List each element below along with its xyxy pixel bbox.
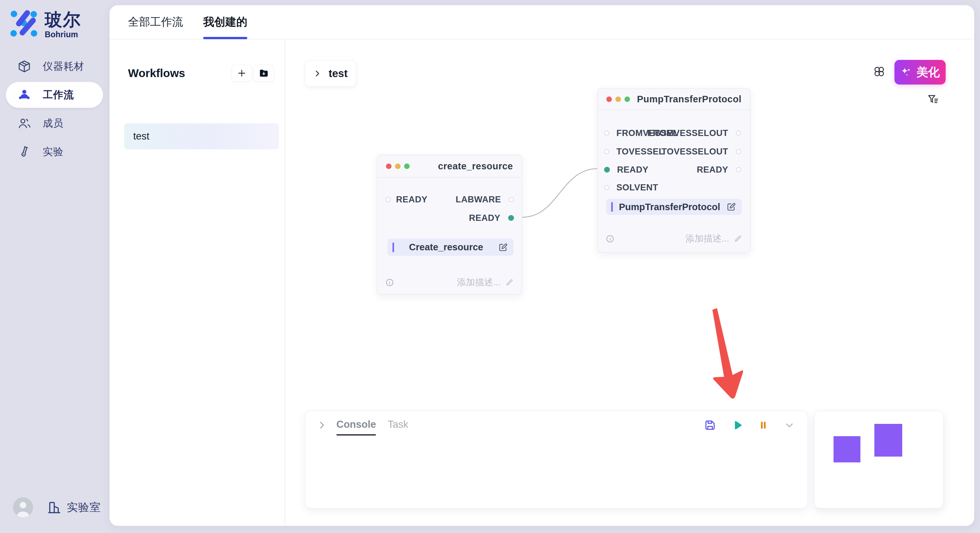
sparkles-icon <box>900 67 912 78</box>
pause-icon[interactable] <box>758 419 769 431</box>
info-icon[interactable] <box>385 278 394 287</box>
port-handle-connected[interactable] <box>508 215 514 221</box>
sidebar: 玻尔 Bohrium 仪器耗材 工作流 <box>0 0 110 533</box>
port-handle[interactable] <box>604 149 609 154</box>
sidebar-item-label: 成员 <box>43 117 64 130</box>
edit-icon[interactable] <box>498 243 508 252</box>
experiment-icon <box>18 145 31 159</box>
workflow-list-item[interactable]: test <box>124 124 279 149</box>
minimap[interactable] <box>814 411 944 508</box>
traffic-light-yellow <box>616 97 621 102</box>
minimap-node-create-resource <box>834 436 861 462</box>
description-placeholder[interactable]: 添加描述... <box>686 233 729 245</box>
node-description-row: 添加描述... <box>377 276 522 289</box>
tab-console[interactable]: Console <box>336 419 376 431</box>
members-icon <box>18 117 31 130</box>
port-handle[interactable] <box>736 167 741 172</box>
traffic-light-green <box>625 97 630 102</box>
collapse-chevron-icon[interactable] <box>317 420 327 430</box>
workflow-tabs: 全部工作流 我创建的 <box>110 5 974 40</box>
sidebar-item-members[interactable]: 成员 <box>6 110 103 136</box>
node-action-pill[interactable]: PumpTransferProtocol <box>606 199 742 215</box>
port-handle[interactable] <box>604 185 609 190</box>
breadcrumb-label: test <box>329 67 348 80</box>
beautify-button[interactable]: 美化 <box>894 60 946 84</box>
port-input-ready: READY <box>377 194 428 205</box>
lab-switcher[interactable]: 实验室 <box>47 500 101 515</box>
sidebar-nav: 仪器耗材 工作流 成员 <box>6 54 103 167</box>
port-input-ready: READY <box>598 165 649 175</box>
pill-label: PumpTransferProtocol <box>613 202 726 213</box>
save-icon[interactable] <box>704 419 716 431</box>
node-create-resource[interactable]: create_resource READY LABWARE READY Crea… <box>377 154 522 295</box>
traffic-light-green <box>404 163 410 169</box>
port-output-tovesselout: TOVESSELOUT <box>662 146 750 157</box>
pencil-icon[interactable] <box>734 235 742 243</box>
pencil-icon[interactable] <box>505 278 514 287</box>
brand-name-zh: 玻尔 <box>45 10 81 29</box>
folder-import-icon <box>259 68 269 78</box>
tab-task[interactable]: Task <box>388 419 408 431</box>
node-title: PumpTransferProtocol <box>637 94 741 105</box>
add-workflow-button[interactable] <box>232 65 252 82</box>
description-placeholder[interactable]: 添加描述... <box>457 276 501 289</box>
workflow-icon <box>18 88 31 102</box>
port-output-fromvesselout: FROMVESSELOUT <box>647 128 750 138</box>
port-input-tovessel: TOVESSEL <box>598 146 664 157</box>
traffic-light-yellow <box>395 163 401 169</box>
port-output-ready: READY <box>469 213 522 223</box>
port-output-ready: READY <box>697 165 750 175</box>
main-panel: 全部工作流 我创建的 Workflows test <box>110 5 974 526</box>
traffic-light-red <box>386 163 391 169</box>
workflow-item-name: test <box>133 130 150 142</box>
chevron-right-icon <box>313 69 321 78</box>
sidebar-item-experiments[interactable]: 实验 <box>6 139 103 165</box>
sidebar-item-label: 实验 <box>43 145 64 159</box>
filter-icon[interactable] <box>927 93 939 106</box>
sidebar-item-workflow[interactable]: 工作流 <box>6 82 103 108</box>
sidebar-item-instruments[interactable]: 仪器耗材 <box>6 54 103 79</box>
port-output-labware: LABWARE <box>456 194 522 205</box>
port-handle[interactable] <box>736 130 741 136</box>
user-silhouette-icon <box>13 497 33 517</box>
play-icon[interactable] <box>730 419 743 431</box>
port-handle[interactable] <box>736 149 741 154</box>
tab-my-created[interactable]: 我创建的 <box>203 5 247 39</box>
traffic-light-red <box>606 97 612 102</box>
info-icon[interactable] <box>606 235 614 243</box>
port-handle-connected[interactable] <box>604 167 610 173</box>
box-icon <box>18 60 31 73</box>
bohrium-logo-icon <box>9 10 38 38</box>
avatar[interactable] <box>13 497 33 517</box>
node-title: create_resource <box>438 161 513 171</box>
import-workflow-button[interactable] <box>254 65 274 82</box>
brand-name-en: Bohrium <box>45 30 81 39</box>
beautify-label: 美化 <box>916 65 940 80</box>
traffic-lights <box>606 97 630 102</box>
port-handle[interactable] <box>509 197 514 202</box>
breadcrumb[interactable]: test <box>305 60 356 86</box>
building-icon <box>47 500 62 515</box>
node-header: PumpTransferProtocol <box>598 89 750 110</box>
node-description-row: 添加描述... <box>598 232 750 245</box>
lab-label: 实验室 <box>67 500 101 515</box>
plus-icon <box>237 68 247 78</box>
sidebar-item-label: 仪器耗材 <box>43 60 84 73</box>
workflow-list-panel: Workflows test <box>110 40 285 526</box>
node-action-pill[interactable]: Create_resource <box>387 239 514 256</box>
tab-all-workflows[interactable]: 全部工作流 <box>128 5 183 39</box>
node-header: create_resource <box>377 155 522 178</box>
port-input-solvent: SOLVENT <box>598 182 658 193</box>
command-palette-icon[interactable] <box>873 65 886 78</box>
edit-icon[interactable] <box>726 202 736 212</box>
sidebar-item-label: 工作流 <box>43 88 74 102</box>
minimap-node-pump-transfer <box>874 424 902 457</box>
workflow-panel-title: Workflows <box>128 67 185 80</box>
node-pump-transfer-protocol[interactable]: PumpTransferProtocol FROMVESSEL TOVESSEL… <box>597 88 751 252</box>
port-handle[interactable] <box>604 130 609 136</box>
brand-logo: 玻尔 Bohrium <box>9 10 81 39</box>
chevron-down-icon[interactable] <box>783 420 796 430</box>
traffic-lights <box>386 163 410 169</box>
pill-label: Create_resource <box>394 242 498 252</box>
port-handle[interactable] <box>386 197 391 202</box>
